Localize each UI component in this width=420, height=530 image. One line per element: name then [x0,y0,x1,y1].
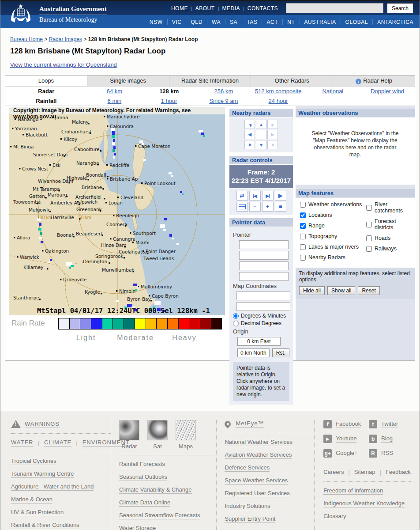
meteye-link[interactable]: MetEye™ [236,420,264,428]
map-feature-roads[interactable]: Roads [366,235,415,241]
footer-link[interactable]: National Weather Services [225,439,292,446]
map-feature-checkbox[interactable] [300,255,306,261]
footer-link[interactable]: Rainfall Forecasts [119,461,165,468]
map-feature-checkbox[interactable] [300,234,306,239]
header-link-home[interactable]: HOME [171,5,188,11]
state-link-nt[interactable]: NT [283,19,300,25]
state-link-nsw[interactable]: NSW [145,19,168,25]
footer-thumb-maps[interactable]: Maps [176,420,196,450]
state-link-wa[interactable]: WA [207,19,225,25]
nearby-radar-s-button[interactable]: ▼ [256,140,266,149]
stop-button[interactable]: ■ [275,202,286,212]
map-feature-checkbox[interactable] [300,223,306,229]
footer-link[interactable]: Aviation Weather Services [225,451,292,459]
tab-radar-site-information[interactable]: Radar Site Information [169,76,251,86]
footer-link[interactable]: Freedom of Information [323,487,383,495]
social-label[interactable]: RSS [381,450,393,457]
map-feature-topography[interactable]: Topography [300,233,366,239]
footer-link[interactable]: Water Storage [119,525,156,530]
footer-link[interactable]: Supplier Entry Point [225,515,275,523]
map-feature-weather-observations[interactable]: Weather observations [300,201,366,208]
bom-logo[interactable]: Australian Government Bureau of Meteorol… [7,3,107,25]
map-feature-locations[interactable]: Locations [300,212,366,218]
footer-thumb-radar[interactable]: Radar [119,420,139,450]
pointer-field-1[interactable] [239,240,289,249]
footer-link[interactable]: Climate Data Online [119,499,170,507]
subnav-link-256-km[interactable]: 256 km [214,88,233,95]
footer-link[interactable]: UV & Sun Protection [11,509,64,516]
footer-inline-careers[interactable]: Careers [323,469,344,476]
footer-link[interactable]: Climate Variability & Change [119,486,192,494]
social-rss[interactable]: RRSS [369,449,411,458]
social-facebook[interactable]: fFacebook [323,420,365,428]
footer-link[interactable]: Rainfall & River Conditions [11,522,79,529]
show-all-button[interactable]: Show all [327,286,355,295]
subnav-link-64-km[interactable]: 64 km [107,88,122,95]
state-link-sa[interactable]: SA [225,19,242,25]
tab-loops[interactable]: Loops [5,76,87,86]
breadcrumb-link[interactable]: Radar Images [49,36,82,42]
footer-inline-feedback[interactable]: Feedback [386,469,411,476]
footer-link[interactable]: Industry Solutions [225,503,270,510]
slower-button[interactable]: − [249,202,261,212]
footer-link[interactable]: Glossary [323,513,346,520]
footer-category-water[interactable]: WATER [11,439,34,447]
header-link-media[interactable]: MEDIA [222,5,240,11]
subnav-link-24-hour[interactable]: 24 hour [269,98,288,104]
hide-all-button[interactable]: Hide all [299,286,325,295]
map-feature-checkbox[interactable] [366,246,372,252]
print-button[interactable] [236,202,248,212]
footer-link[interactable]: Seasonal Streamflow Forecasts [119,512,200,519]
map-feature-river-catchments[interactable]: River catchments [366,201,415,214]
map-coordinate-field-2[interactable] [236,302,290,311]
social-blog[interactable]: bBlog [369,435,411,443]
tab-single-images[interactable]: Single images [87,76,169,86]
state-link-tas[interactable]: TAS [242,19,262,25]
map-feature-range[interactable]: Range [300,223,366,229]
footer-link[interactable]: Indigenous Weather Knowledge [323,500,405,507]
subnav-link-512-km-composite[interactable]: 512 km composite [255,88,302,95]
footer-warnings-link[interactable]: WARNINGS [25,420,60,428]
map-feature-checkbox[interactable] [366,205,372,211]
social-label[interactable]: Twitter [381,420,398,428]
footer-category-climate[interactable]: CLIMATE [44,439,71,447]
map-coordinate-field-1[interactable] [236,292,290,300]
pointer-field-2[interactable] [239,251,289,260]
pointer-field-3[interactable] [239,261,289,270]
map-feature-checkbox[interactable] [300,212,306,218]
faster-button[interactable]: + [262,202,274,212]
map-feature-nearby-radars[interactable]: Nearby Radars [300,254,366,261]
footer-link[interactable]: Agriculture - Water and the Land [11,483,94,491]
degrees-minutes-radio[interactable] [233,313,239,319]
tab-radar-help[interactable]: iRadar Help [333,76,415,86]
origin-reset-button[interactable]: Rst. [272,348,289,357]
reset-button[interactable]: Reset [358,286,379,295]
social-label[interactable]: Facebook [336,420,361,428]
header-link-contacts[interactable]: CONTACTS [248,5,278,11]
social-label[interactable]: Youtube [336,435,356,443]
subnav-link-doppler-wind[interactable]: Doppler wind [371,88,404,95]
footer-inline-sitemap[interactable]: Sitemap [354,469,375,476]
map-feature-checkbox[interactable] [366,235,372,241]
footer-link[interactable]: Tropical Cyclones [11,458,56,465]
social-googleplus[interactable]: g+Google+ [323,449,365,458]
first-frame-button[interactable]: |◀ [249,191,261,201]
social-youtube[interactable]: ►Youtube [323,435,365,443]
footer-thumb-sat[interactable]: Sat [147,420,168,450]
tab-other-radars[interactable]: Other Radars [251,76,333,86]
subnav-link-6-min[interactable]: 6 min [108,98,122,104]
footer-link[interactable]: Marine & Ocean [11,496,52,504]
pointer-field-4[interactable] [239,272,289,281]
footer-link[interactable]: Seasonal Outlooks [119,473,167,481]
loop-button[interactable]: ⇄ [236,191,248,201]
nearby-radar-nw-button[interactable]: ▲ [244,120,255,129]
map-feature-checkbox[interactable] [366,222,372,227]
play-button[interactable]: ▶ [275,191,286,201]
search-input[interactable] [286,3,383,13]
footer-link[interactable]: Defence Services [225,464,270,472]
decimal-degrees-radio[interactable] [233,321,239,326]
map-feature-checkbox[interactable] [300,202,306,208]
map-feature-checkbox[interactable] [300,244,306,250]
decimal-degrees-option[interactable]: Decimal Degrees [233,320,289,326]
state-link-antarctica[interactable]: ANTARCTICA [373,19,413,25]
